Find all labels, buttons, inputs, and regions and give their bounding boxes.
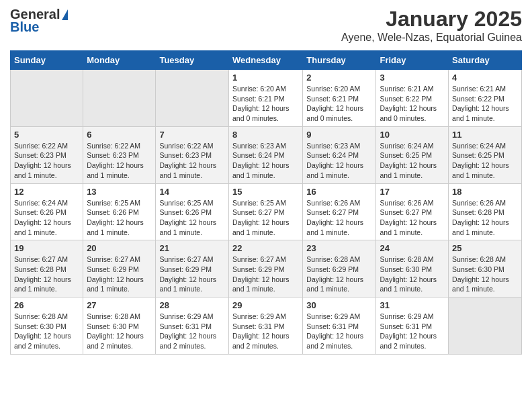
day-info: Sunrise: 6:28 AM Sunset: 6:30 PM Dayligh… [452, 255, 518, 294]
calendar-cell: 4Sunrise: 6:21 AM Sunset: 6:22 PM Daylig… [449, 70, 522, 127]
calendar-cell: 3Sunrise: 6:21 AM Sunset: 6:22 PM Daylig… [376, 70, 449, 127]
weekday-header-saturday: Saturday [449, 51, 522, 70]
page-header: General Blue January 2025 Ayene, Wele-Nz… [10, 7, 522, 44]
day-number: 15 [232, 187, 299, 197]
calendar-cell [83, 70, 156, 127]
day-info: Sunrise: 6:26 AM Sunset: 6:27 PM Dayligh… [306, 198, 372, 238]
calendar-cell: 27Sunrise: 6:28 AM Sunset: 6:30 PM Dayli… [83, 298, 156, 355]
weekday-header-monday: Monday [83, 51, 156, 70]
day-number: 24 [380, 243, 445, 253]
day-number: 6 [87, 130, 152, 140]
calendar-cell: 23Sunrise: 6:28 AM Sunset: 6:29 PM Dayli… [303, 240, 376, 298]
day-info: Sunrise: 6:28 AM Sunset: 6:30 PM Dayligh… [14, 312, 79, 351]
calendar-cell: 29Sunrise: 6:29 AM Sunset: 6:31 PM Dayli… [228, 298, 302, 355]
day-info: Sunrise: 6:29 AM Sunset: 6:31 PM Dayligh… [232, 312, 299, 351]
day-info: Sunrise: 6:26 AM Sunset: 6:28 PM Dayligh… [452, 198, 518, 238]
calendar-week-row: 5Sunrise: 6:22 AM Sunset: 6:23 PM Daylig… [11, 126, 522, 183]
day-number: 2 [306, 73, 372, 83]
day-number: 20 [87, 243, 152, 253]
day-number: 18 [452, 187, 518, 197]
day-info: Sunrise: 6:24 AM Sunset: 6:26 PM Dayligh… [14, 198, 79, 238]
day-info: Sunrise: 6:24 AM Sunset: 6:25 PM Dayligh… [452, 141, 518, 181]
day-info: Sunrise: 6:28 AM Sunset: 6:30 PM Dayligh… [87, 312, 152, 351]
day-info: Sunrise: 6:24 AM Sunset: 6:25 PM Dayligh… [380, 141, 445, 181]
calendar-cell: 17Sunrise: 6:26 AM Sunset: 6:27 PM Dayli… [376, 183, 449, 240]
day-number: 17 [380, 187, 445, 197]
calendar-week-row: 1Sunrise: 6:20 AM Sunset: 6:21 PM Daylig… [11, 70, 522, 127]
calendar-cell [11, 70, 83, 127]
calendar-cell: 1Sunrise: 6:20 AM Sunset: 6:21 PM Daylig… [228, 70, 302, 127]
day-number: 26 [14, 300, 79, 310]
calendar-cell: 10Sunrise: 6:24 AM Sunset: 6:25 PM Dayli… [376, 126, 449, 183]
day-number: 19 [14, 243, 79, 253]
calendar-cell: 19Sunrise: 6:27 AM Sunset: 6:28 PM Dayli… [11, 240, 83, 298]
calendar-cell [449, 298, 522, 355]
day-info: Sunrise: 6:25 AM Sunset: 6:26 PM Dayligh… [159, 198, 225, 238]
calendar-cell [156, 70, 229, 127]
calendar-cell: 20Sunrise: 6:27 AM Sunset: 6:29 PM Dayli… [83, 240, 156, 298]
logo-blue: Blue [10, 19, 39, 35]
day-info: Sunrise: 6:21 AM Sunset: 6:22 PM Dayligh… [452, 84, 518, 124]
calendar-cell: 13Sunrise: 6:25 AM Sunset: 6:26 PM Dayli… [83, 183, 156, 240]
day-number: 13 [87, 187, 152, 197]
day-info: Sunrise: 6:27 AM Sunset: 6:29 PM Dayligh… [87, 255, 152, 294]
calendar-cell: 5Sunrise: 6:22 AM Sunset: 6:23 PM Daylig… [11, 126, 83, 183]
weekday-header-wednesday: Wednesday [228, 51, 302, 70]
day-number: 11 [452, 130, 518, 140]
day-info: Sunrise: 6:28 AM Sunset: 6:30 PM Dayligh… [380, 255, 445, 294]
weekday-header-thursday: Thursday [303, 51, 376, 70]
day-number: 29 [232, 300, 299, 310]
day-info: Sunrise: 6:22 AM Sunset: 6:23 PM Dayligh… [159, 141, 225, 181]
weekday-header-row: SundayMondayTuesdayWednesdayThursdayFrid… [11, 51, 522, 70]
day-number: 25 [452, 243, 518, 253]
calendar-cell: 15Sunrise: 6:25 AM Sunset: 6:27 PM Dayli… [228, 183, 302, 240]
calendar-cell: 2Sunrise: 6:20 AM Sunset: 6:21 PM Daylig… [303, 70, 376, 127]
logo-triangle [62, 9, 68, 20]
day-info: Sunrise: 6:28 AM Sunset: 6:29 PM Dayligh… [306, 255, 372, 294]
calendar-table: SundayMondayTuesdayWednesdayThursdayFrid… [10, 50, 522, 355]
day-number: 14 [159, 187, 225, 197]
day-info: Sunrise: 6:27 AM Sunset: 6:29 PM Dayligh… [159, 255, 225, 294]
calendar-cell: 18Sunrise: 6:26 AM Sunset: 6:28 PM Dayli… [449, 183, 522, 240]
day-number: 7 [159, 130, 225, 140]
day-info: Sunrise: 6:20 AM Sunset: 6:21 PM Dayligh… [232, 84, 299, 124]
weekday-header-sunday: Sunday [11, 51, 83, 70]
calendar-title: January 2025 [341, 7, 522, 32]
calendar-cell: 9Sunrise: 6:23 AM Sunset: 6:24 PM Daylig… [303, 126, 376, 183]
weekday-header-tuesday: Tuesday [156, 51, 229, 70]
calendar-cell: 11Sunrise: 6:24 AM Sunset: 6:25 PM Dayli… [449, 126, 522, 183]
day-number: 30 [306, 300, 372, 310]
calendar-cell: 25Sunrise: 6:28 AM Sunset: 6:30 PM Dayli… [449, 240, 522, 298]
day-info: Sunrise: 6:22 AM Sunset: 6:23 PM Dayligh… [14, 141, 79, 181]
day-number: 28 [159, 300, 225, 310]
day-number: 10 [380, 130, 445, 140]
day-info: Sunrise: 6:27 AM Sunset: 6:29 PM Dayligh… [232, 255, 299, 294]
day-info: Sunrise: 6:29 AM Sunset: 6:31 PM Dayligh… [306, 312, 372, 351]
calendar-cell: 21Sunrise: 6:27 AM Sunset: 6:29 PM Dayli… [156, 240, 229, 298]
day-number: 8 [232, 130, 299, 140]
calendar-cell: 16Sunrise: 6:26 AM Sunset: 6:27 PM Dayli… [303, 183, 376, 240]
calendar-cell: 7Sunrise: 6:22 AM Sunset: 6:23 PM Daylig… [156, 126, 229, 183]
day-number: 22 [232, 243, 299, 253]
day-info: Sunrise: 6:20 AM Sunset: 6:21 PM Dayligh… [306, 84, 372, 124]
calendar-cell: 22Sunrise: 6:27 AM Sunset: 6:29 PM Dayli… [228, 240, 302, 298]
calendar-subtitle: Ayene, Wele-Nzas, Equatorial Guinea [341, 32, 522, 44]
calendar-cell: 8Sunrise: 6:23 AM Sunset: 6:24 PM Daylig… [228, 126, 302, 183]
calendar-week-row: 19Sunrise: 6:27 AM Sunset: 6:28 PM Dayli… [11, 240, 522, 298]
day-info: Sunrise: 6:25 AM Sunset: 6:26 PM Dayligh… [87, 198, 152, 238]
calendar-cell: 28Sunrise: 6:29 AM Sunset: 6:31 PM Dayli… [156, 298, 229, 355]
calendar-cell: 14Sunrise: 6:25 AM Sunset: 6:26 PM Dayli… [156, 183, 229, 240]
day-number: 4 [452, 73, 518, 83]
title-block: January 2025 Ayene, Wele-Nzas, Equatoria… [341, 7, 522, 44]
logo: General Blue [10, 7, 68, 35]
day-info: Sunrise: 6:26 AM Sunset: 6:27 PM Dayligh… [380, 198, 445, 238]
calendar-cell: 24Sunrise: 6:28 AM Sunset: 6:30 PM Dayli… [376, 240, 449, 298]
calendar-cell: 30Sunrise: 6:29 AM Sunset: 6:31 PM Dayli… [303, 298, 376, 355]
calendar-cell: 6Sunrise: 6:22 AM Sunset: 6:23 PM Daylig… [83, 126, 156, 183]
day-number: 1 [232, 73, 299, 83]
day-number: 23 [306, 243, 372, 253]
day-info: Sunrise: 6:23 AM Sunset: 6:24 PM Dayligh… [232, 141, 299, 181]
day-info: Sunrise: 6:25 AM Sunset: 6:27 PM Dayligh… [232, 198, 299, 238]
day-info: Sunrise: 6:23 AM Sunset: 6:24 PM Dayligh… [306, 141, 372, 181]
day-info: Sunrise: 6:29 AM Sunset: 6:31 PM Dayligh… [380, 312, 445, 351]
